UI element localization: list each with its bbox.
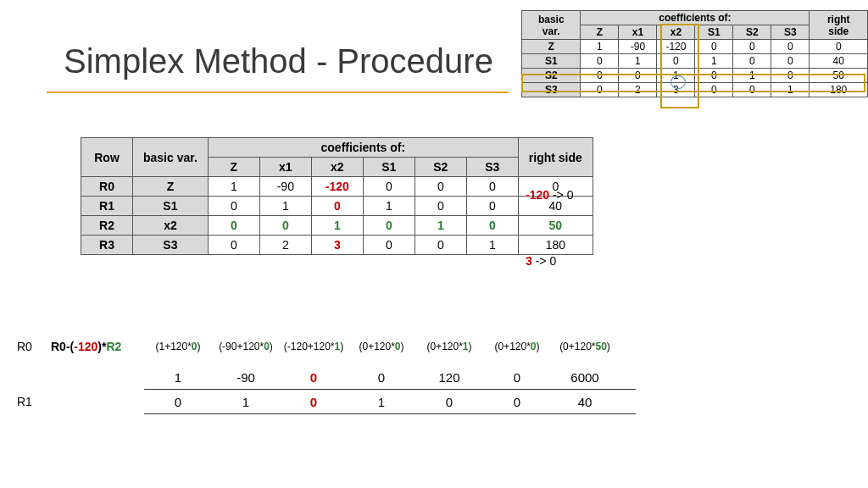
initial-tableau: basic var. coefficients of: right side Z… bbox=[521, 10, 868, 97]
cell: 1 bbox=[311, 216, 363, 236]
cell: 1 bbox=[695, 54, 733, 69]
val: 120 bbox=[415, 370, 483, 385]
col-h: x1 bbox=[259, 158, 311, 177]
col-coefficients: coefficients of: bbox=[208, 138, 518, 158]
cell: Z bbox=[133, 177, 209, 197]
row-operations: R0 R0-(-120)*R2 (1+120*0) (-90+120*0) (-… bbox=[17, 335, 636, 414]
col-right-side: right side bbox=[810, 11, 868, 40]
val: 0 bbox=[348, 370, 415, 385]
cell: -120 bbox=[657, 40, 695, 54]
cell: 0 bbox=[363, 236, 415, 255]
cell: 0 bbox=[771, 40, 810, 54]
col-h: x1 bbox=[619, 25, 657, 40]
col-basic-var: basic var. bbox=[133, 138, 209, 177]
table-row: S3 023001 180 bbox=[522, 83, 868, 97]
cell: -120 bbox=[311, 177, 363, 197]
col-row: Row bbox=[81, 138, 133, 177]
cell: 0 bbox=[695, 40, 733, 54]
cell: 0 bbox=[581, 69, 619, 83]
val: 0 bbox=[280, 370, 348, 385]
cell: 180 bbox=[518, 236, 593, 255]
table-row: R2 x2 0 0 1 0 1 0 50 bbox=[81, 216, 593, 236]
val: 6000 bbox=[551, 370, 619, 385]
cell: 0 bbox=[581, 83, 619, 97]
table-row: S2 001010 50 bbox=[522, 69, 868, 83]
cell: 0 bbox=[619, 69, 657, 83]
cell: 2 bbox=[619, 83, 657, 97]
table-row: R0 Z 1 -90 -120 0 0 0 0 bbox=[81, 177, 593, 197]
cell: Z bbox=[522, 40, 581, 54]
cell: R1 bbox=[81, 197, 133, 216]
val: 0 bbox=[415, 395, 483, 409]
expr: (0+120*0) bbox=[348, 341, 415, 352]
cell: 0 bbox=[466, 177, 518, 197]
cell: R0 bbox=[81, 177, 133, 197]
cell: 3 bbox=[311, 236, 363, 255]
cell: 0 bbox=[311, 197, 363, 216]
table-row: R1 S1 0 1 0 1 0 0 40 bbox=[81, 197, 593, 216]
cell: 1 bbox=[208, 177, 259, 197]
expr: (0+120*50) bbox=[551, 341, 619, 352]
cell: 0 bbox=[415, 177, 466, 197]
expr: (1+120*0) bbox=[144, 341, 212, 352]
expr: (0+120*0) bbox=[483, 341, 551, 352]
op-formula: R0-(-120)*R2 bbox=[51, 340, 144, 353]
cell: S2 bbox=[522, 69, 581, 83]
title-underline bbox=[47, 92, 509, 93]
cell: 1 bbox=[657, 69, 695, 83]
cell: 0 bbox=[363, 216, 415, 236]
col-h: S1 bbox=[695, 25, 733, 40]
cell: 0 bbox=[259, 216, 311, 236]
working-tableau: Row basic var. coefficients of: right si… bbox=[81, 137, 593, 255]
col-coefficients: coefficients of: bbox=[581, 11, 810, 25]
val: 1 bbox=[212, 395, 280, 409]
note-r3: 3 -> 0 bbox=[526, 254, 556, 268]
cell: 0 bbox=[415, 236, 466, 255]
cell: 1 bbox=[259, 197, 311, 216]
cell: 0 bbox=[466, 197, 518, 216]
expr: (0+120*1) bbox=[415, 341, 483, 352]
cell: x2 bbox=[133, 216, 209, 236]
val: 40 bbox=[551, 395, 619, 409]
cell: 0 bbox=[695, 69, 733, 83]
cell: 0 bbox=[208, 216, 259, 236]
cell: -90 bbox=[619, 40, 657, 54]
col-h: S1 bbox=[363, 158, 415, 177]
cell: 0 bbox=[581, 54, 619, 69]
cell: S1 bbox=[522, 54, 581, 69]
val: 1 bbox=[348, 395, 415, 409]
cell: 50 bbox=[518, 216, 593, 236]
col-right-side: right side bbox=[518, 138, 593, 177]
cell: 3 bbox=[657, 83, 695, 97]
val: 0 bbox=[483, 395, 551, 409]
table-row: S1 010100 40 bbox=[522, 54, 868, 69]
cell: 0 bbox=[466, 216, 518, 236]
cell: 0 bbox=[208, 197, 259, 216]
cell: 0 bbox=[695, 83, 733, 97]
cell: 0 bbox=[810, 40, 868, 54]
cell: 1 bbox=[771, 83, 810, 97]
divider bbox=[144, 413, 636, 414]
cell: 180 bbox=[810, 83, 868, 97]
val: 1 bbox=[144, 370, 212, 385]
cell: -90 bbox=[259, 177, 311, 197]
cell: S3 bbox=[133, 236, 209, 255]
val: -90 bbox=[212, 370, 280, 385]
val: 0 bbox=[280, 395, 348, 409]
val: 0 bbox=[483, 370, 551, 385]
expr: (-90+120*0) bbox=[212, 341, 280, 352]
col-h: x2 bbox=[657, 25, 695, 40]
cell: 50 bbox=[810, 69, 868, 83]
cell: 0 bbox=[733, 54, 771, 69]
cell: 1 bbox=[466, 236, 518, 255]
op-label: R1 bbox=[17, 395, 51, 408]
cell: S1 bbox=[133, 197, 209, 216]
expr: (-120+120*1) bbox=[280, 341, 348, 352]
col-h: S3 bbox=[466, 158, 518, 177]
cell: 1 bbox=[619, 54, 657, 69]
col-h: Z bbox=[581, 25, 619, 40]
cell: 0 bbox=[771, 54, 810, 69]
col-h: S3 bbox=[771, 25, 810, 40]
val: 0 bbox=[144, 395, 212, 409]
cell: 0 bbox=[415, 197, 466, 216]
